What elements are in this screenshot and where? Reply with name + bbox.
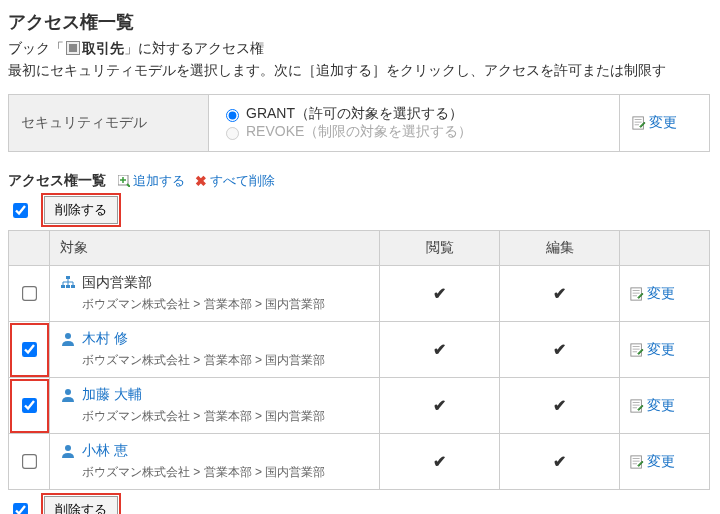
edit-icon [630, 455, 644, 469]
row-change-link[interactable]: 変更 [630, 341, 675, 357]
bulk-delete-top-button[interactable]: 削除する [44, 196, 118, 224]
check-icon: ✔ [553, 285, 566, 302]
database-icon [66, 41, 80, 55]
book-name: 取引先 [82, 40, 124, 56]
row-change-link[interactable]: 変更 [630, 397, 675, 413]
edit-cell: ✔ [500, 322, 620, 378]
edit-icon [632, 116, 646, 130]
add-icon [118, 175, 130, 187]
col-check [9, 231, 50, 266]
check-icon: ✔ [433, 397, 446, 414]
check-icon: ✔ [433, 341, 446, 358]
list-heading: アクセス権一覧 [8, 172, 106, 190]
edit-cell: ✔ [500, 378, 620, 434]
row-checkbox[interactable] [22, 342, 37, 357]
edit-icon [630, 287, 644, 301]
col-action [620, 231, 710, 266]
radio-grant-label: GRANT（許可の対象を選択する） [246, 105, 463, 123]
table-row: 木村 修ボウズマン株式会社 > 営業本部 > 国内営業部✔✔変更 [9, 322, 710, 378]
radio-grant[interactable] [226, 109, 239, 122]
security-model-label: セキュリティモデル [9, 95, 209, 152]
select-all-bottom-checkbox[interactable] [13, 503, 28, 514]
add-link[interactable]: 追加する [118, 173, 189, 188]
security-model-table: セキュリティモデル GRANT（許可の対象を選択する） REVOKE（制限の対象… [8, 94, 710, 152]
edit-cell: ✔ [500, 434, 620, 490]
col-view: 閲覧 [380, 231, 500, 266]
check-icon: ✔ [553, 397, 566, 414]
target-path: ボウズマン株式会社 > 営業本部 > 国内営業部 [60, 408, 369, 425]
org-icon [60, 275, 76, 291]
row-change-link[interactable]: 変更 [630, 453, 675, 469]
book-context: ブック「取引先」に対するアクセス権 [8, 40, 712, 58]
view-cell: ✔ [380, 434, 500, 490]
col-target: 対象 [50, 231, 380, 266]
target-path: ボウズマン株式会社 > 営業本部 > 国内営業部 [60, 296, 369, 313]
target-cell: 国内営業部ボウズマン株式会社 > 営業本部 > 国内営業部 [50, 266, 380, 322]
user-icon [60, 443, 76, 459]
list-toolbar: アクセス権一覧 追加する ✖すべて削除 [8, 172, 712, 190]
col-edit: 編集 [500, 231, 620, 266]
edit-icon [630, 343, 644, 357]
view-cell: ✔ [380, 266, 500, 322]
table-row: 加藤 大輔ボウズマン株式会社 > 営業本部 > 国内営業部✔✔変更 [9, 378, 710, 434]
check-icon: ✔ [553, 341, 566, 358]
change-model-link[interactable]: 変更 [632, 114, 677, 130]
target-path: ボウズマン株式会社 > 営業本部 > 国内営業部 [60, 352, 369, 369]
edit-icon [630, 399, 644, 413]
bulk-delete-bottom-button[interactable]: 削除する [44, 496, 118, 514]
row-checkbox[interactable] [22, 398, 37, 413]
radio-revoke [226, 127, 239, 140]
security-model-options: GRANT（許可の対象を選択する） REVOKE（制限の対象を選択する） [209, 95, 620, 152]
target-name: 国内営業部 [82, 274, 152, 292]
check-icon: ✔ [553, 453, 566, 470]
row-checkbox[interactable] [22, 286, 37, 301]
target-name[interactable]: 木村 修 [82, 330, 128, 348]
target-cell: 加藤 大輔ボウズマン株式会社 > 営業本部 > 国内営業部 [50, 378, 380, 434]
view-cell: ✔ [380, 378, 500, 434]
check-icon: ✔ [433, 285, 446, 302]
edit-cell: ✔ [500, 266, 620, 322]
row-checkbox[interactable] [22, 454, 37, 469]
radio-revoke-label: REVOKE（制限の対象を選択する） [246, 123, 472, 141]
target-name[interactable]: 加藤 大輔 [82, 386, 142, 404]
select-all-top-checkbox[interactable] [13, 203, 28, 218]
page-description: 最初にセキュリティモデルを選択します。次に［追加する］をクリックし、アクセスを許… [8, 62, 712, 80]
delete-all-icon: ✖ [195, 173, 207, 189]
user-icon [60, 331, 76, 347]
target-name[interactable]: 小林 恵 [82, 442, 128, 460]
page-title: アクセス権一覧 [8, 10, 712, 34]
access-grid: 対象 閲覧 編集 国内営業部ボウズマン株式会社 > 営業本部 > 国内営業部✔✔… [8, 230, 710, 490]
row-change-link[interactable]: 変更 [630, 285, 675, 301]
table-row: 国内営業部ボウズマン株式会社 > 営業本部 > 国内営業部✔✔変更 [9, 266, 710, 322]
check-icon: ✔ [433, 453, 446, 470]
view-cell: ✔ [380, 322, 500, 378]
target-cell: 木村 修ボウズマン株式会社 > 営業本部 > 国内営業部 [50, 322, 380, 378]
user-icon [60, 387, 76, 403]
delete-all-link[interactable]: ✖すべて削除 [195, 173, 275, 188]
target-cell: 小林 恵ボウズマン株式会社 > 営業本部 > 国内営業部 [50, 434, 380, 490]
table-row: 小林 恵ボウズマン株式会社 > 営業本部 > 国内営業部✔✔変更 [9, 434, 710, 490]
target-path: ボウズマン株式会社 > 営業本部 > 国内営業部 [60, 464, 369, 481]
